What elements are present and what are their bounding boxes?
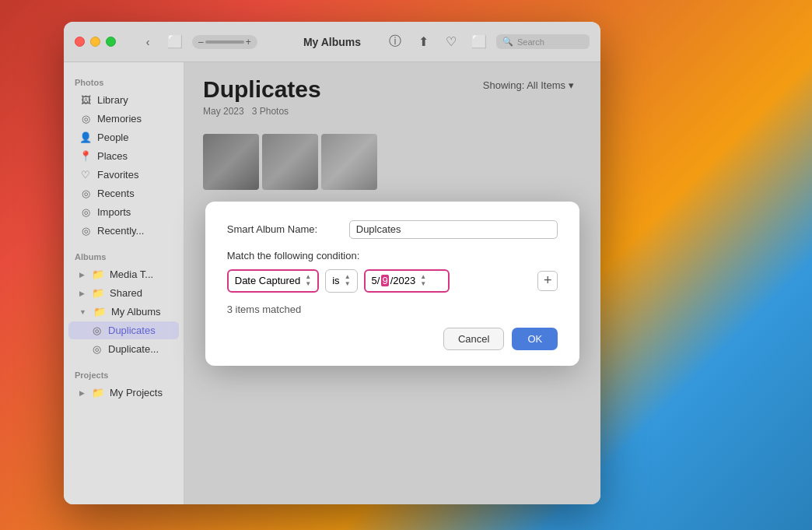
places-label: Places bbox=[97, 150, 128, 162]
recents-icon: ◎ bbox=[79, 188, 92, 199]
sidebar-item-places[interactable]: 📍 Places bbox=[68, 147, 179, 165]
title-bar-controls: ‹ ⬜ – + bbox=[138, 31, 257, 53]
albums-section-header: Albums bbox=[64, 247, 184, 265]
operator-stepper-up[interactable]: ▲ bbox=[345, 274, 351, 280]
recently-deleted-icon: ◎ bbox=[79, 225, 92, 237]
sidebar-item-recents[interactable]: ◎ Recents bbox=[68, 184, 179, 202]
duplicate2-label: Duplicate... bbox=[108, 343, 159, 355]
back-button[interactable]: ‹ bbox=[138, 34, 158, 50]
date-stepper[interactable]: ▲ ▼ bbox=[420, 274, 426, 287]
dialog-matched-text: 3 items matched bbox=[227, 304, 558, 315]
condition-operator-select[interactable]: is ▲ ▼ bbox=[325, 269, 357, 293]
recents-label: Recents bbox=[97, 188, 135, 199]
operator-stepper-down[interactable]: ▼ bbox=[345, 281, 351, 287]
condition-operator-value: is bbox=[332, 275, 339, 286]
sidebar-item-imports[interactable]: ◎ Imports bbox=[68, 203, 179, 221]
ok-button[interactable]: OK bbox=[512, 328, 558, 350]
title-bar: ‹ ⬜ – + My Albums ⓘ ⬆ ♡ ⬜ 🔍 Search bbox=[64, 22, 600, 62]
dialog-overlay: Smart Album Name: Match the following co… bbox=[184, 62, 600, 504]
favorites-label: Favorites bbox=[97, 169, 138, 181]
traffic-lights bbox=[75, 37, 116, 47]
sidebar-item-shared[interactable]: ▶ 📁 Shared bbox=[68, 284, 179, 302]
sidebar-item-duplicates[interactable]: ◎ Duplicates bbox=[68, 321, 179, 339]
photos-section-header: Photos bbox=[64, 73, 184, 90]
slideshow-icon[interactable]: ⬜ bbox=[164, 31, 186, 53]
sidebar-item-duplicate2[interactable]: ◎ Duplicate... bbox=[68, 340, 179, 358]
date-stepper-up[interactable]: ▲ bbox=[420, 274, 426, 280]
condition-row: Date Captured ▲ ▼ is ▲ ▼ bbox=[227, 269, 558, 293]
people-label: People bbox=[97, 132, 128, 143]
projects-section-header: Projects bbox=[64, 366, 184, 383]
dialog-name-input[interactable] bbox=[349, 220, 558, 239]
date-stepper-down[interactable]: ▼ bbox=[420, 281, 426, 287]
places-icon: 📍 bbox=[79, 150, 92, 162]
dialog-condition-label: Match the following condition: bbox=[227, 250, 360, 261]
imports-label: Imports bbox=[97, 206, 131, 218]
projects-section: Projects ▶ 📁 My Projects bbox=[64, 366, 184, 402]
maximize-button[interactable] bbox=[106, 37, 116, 47]
heart-icon[interactable]: ♡ bbox=[440, 31, 462, 53]
share-icon[interactable]: ⬆ bbox=[412, 31, 434, 53]
people-icon: 👤 bbox=[79, 132, 92, 143]
dialog-name-row: Smart Album Name: bbox=[227, 220, 558, 239]
my-albums-label: My Albums bbox=[111, 306, 161, 318]
sidebar: Photos 🖼 Library ◎ Memories 👤 People 📍 P… bbox=[64, 62, 184, 504]
operator-stepper[interactable]: ▲ ▼ bbox=[345, 274, 351, 287]
media-types-chevron: ▶ bbox=[79, 271, 85, 279]
favorites-icon: ♡ bbox=[79, 169, 92, 181]
close-button[interactable] bbox=[75, 37, 85, 47]
field-stepper-down[interactable]: ▼ bbox=[305, 281, 311, 287]
my-albums-icon: 📁 bbox=[93, 306, 106, 318]
recently-deleted-label: Recently... bbox=[97, 225, 144, 237]
my-projects-chevron: ▶ bbox=[79, 389, 85, 397]
search-box[interactable]: 🔍 Search bbox=[496, 34, 590, 49]
window-title: My Albums bbox=[303, 36, 361, 48]
minimize-button[interactable] bbox=[90, 37, 100, 47]
albums-section: Albums ▶ 📁 Media T... ▶ 📁 Shared ▼ 📁 My … bbox=[64, 247, 184, 358]
my-projects-label: My Projects bbox=[110, 387, 163, 398]
date-month: 5/ bbox=[372, 275, 380, 286]
shared-chevron: ▶ bbox=[79, 290, 85, 297]
crop-icon[interactable]: ⬜ bbox=[468, 31, 490, 53]
dialog-name-label: Smart Album Name: bbox=[227, 223, 340, 235]
add-condition-button[interactable]: + bbox=[537, 271, 558, 291]
main-content: Photos 🖼 Library ◎ Memories 👤 People 📍 P… bbox=[64, 62, 600, 504]
dialog-condition-row: Match the following condition: bbox=[227, 250, 558, 261]
sidebar-item-my-albums[interactable]: ▼ 📁 My Albums bbox=[68, 303, 179, 321]
condition-date-input[interactable]: 5/9/2023 ▲ ▼ bbox=[364, 269, 450, 293]
memories-label: Memories bbox=[97, 113, 142, 125]
content-panel: Duplicates May 2023 3 Photos Showing: Al… bbox=[184, 62, 600, 504]
duplicate2-icon: ◎ bbox=[90, 343, 103, 355]
media-types-label: Media T... bbox=[110, 269, 153, 280]
search-placeholder: Search bbox=[517, 37, 544, 47]
library-icon: 🖼 bbox=[79, 94, 92, 106]
sidebar-item-recently-deleted[interactable]: ◎ Recently... bbox=[68, 222, 179, 240]
info-icon[interactable]: ⓘ bbox=[384, 31, 406, 53]
zoom-minus[interactable]: – bbox=[198, 37, 204, 47]
title-bar-right: ⓘ ⬆ ♡ ⬜ 🔍 Search bbox=[384, 31, 590, 53]
my-albums-chevron: ▼ bbox=[79, 308, 86, 316]
duplicates-label: Duplicates bbox=[108, 325, 156, 336]
cancel-button[interactable]: Cancel bbox=[443, 328, 504, 350]
zoom-plus[interactable]: + bbox=[246, 37, 251, 47]
zoom-controls: – + bbox=[192, 35, 257, 49]
date-day: 9 bbox=[381, 275, 388, 286]
sidebar-item-library[interactable]: 🖼 Library bbox=[68, 91, 179, 109]
mac-window: ‹ ⬜ – + My Albums ⓘ ⬆ ♡ ⬜ 🔍 Search Photo… bbox=[64, 22, 600, 504]
date-year: /2023 bbox=[390, 275, 416, 286]
media-types-icon: 📁 bbox=[92, 269, 104, 280]
field-stepper-up[interactable]: ▲ bbox=[305, 274, 311, 280]
field-stepper[interactable]: ▲ ▼ bbox=[305, 274, 311, 287]
sidebar-item-people[interactable]: 👤 People bbox=[68, 128, 179, 146]
library-label: Library bbox=[97, 94, 128, 106]
sidebar-item-media-types[interactable]: ▶ 📁 Media T... bbox=[68, 265, 179, 283]
search-icon: 🔍 bbox=[502, 37, 513, 47]
shared-icon: 📁 bbox=[92, 287, 104, 299]
condition-field-value: Date Captured bbox=[235, 275, 301, 286]
smart-album-dialog: Smart Album Name: Match the following co… bbox=[205, 202, 580, 366]
duplicates-icon: ◎ bbox=[90, 325, 103, 336]
sidebar-item-memories[interactable]: ◎ Memories bbox=[68, 110, 179, 128]
condition-field-select[interactable]: Date Captured ▲ ▼ bbox=[227, 269, 319, 293]
sidebar-item-my-projects[interactable]: ▶ 📁 My Projects bbox=[68, 384, 179, 402]
sidebar-item-favorites[interactable]: ♡ Favorites bbox=[68, 166, 179, 184]
